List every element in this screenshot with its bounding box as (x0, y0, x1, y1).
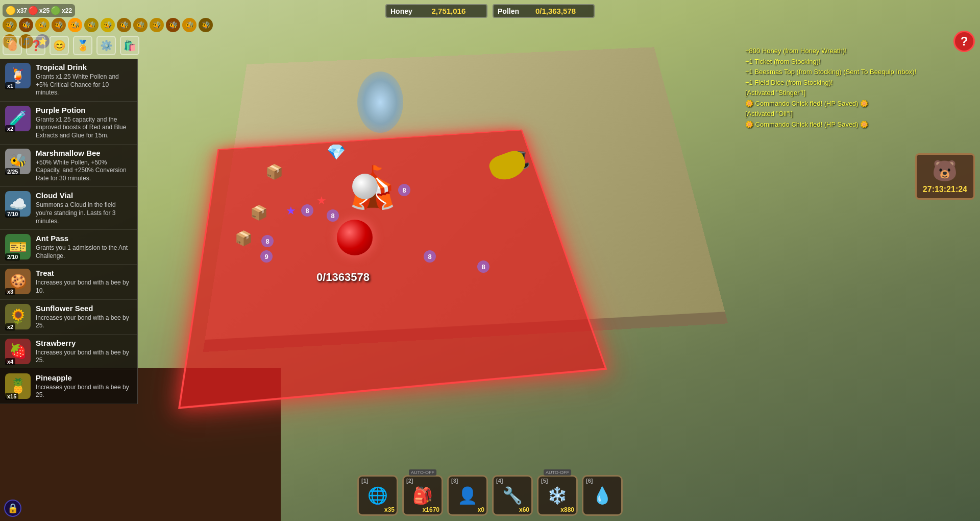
slot-num-0: [1] (361, 478, 368, 484)
item-icon-wrapper-6: 🌻 x2 (5, 304, 31, 329)
face-menu-icon[interactable]: 😊 (50, 36, 69, 55)
pollen-value: 0/1,363,578 (522, 7, 590, 15)
item-icon-wrapper-1: 🧪 x2 (5, 106, 31, 131)
inventory-item-8[interactable]: 🍍 x15 Pineapple Increases your bond with… (0, 369, 137, 404)
item-info-0: Tropical Drink Grants x1.25 White Pollen… (36, 63, 132, 97)
item-icon-wrapper-0: 🍹 x1 (5, 63, 31, 88)
bee-icon-13: 🐝 (199, 18, 213, 32)
item-name-6: Sunflower Seed (36, 304, 132, 313)
question-menu-icon[interactable]: ❓ (26, 36, 45, 55)
counter-1: 🟡 x37 (6, 6, 27, 15)
item-name-4: Ant Pass (36, 234, 132, 243)
slot-icon-1: 🎒 (412, 486, 433, 505)
field-marker-6: 8 (477, 260, 489, 273)
item-count-7: x4 (5, 358, 15, 365)
slot-count-2: x0 (478, 506, 484, 513)
item-info-3: Cloud Vial Summons a Cloud in the field … (36, 191, 132, 225)
pollen-label: Pollen (498, 7, 519, 15)
item-count-1: x2 (5, 125, 15, 132)
inventory-item-0[interactable]: 🍹 x1 Tropical Drink Grants x1.25 White P… (0, 59, 137, 102)
resource-bars: Honey 2,751,016 Pollen 0/1,363,578 (385, 4, 595, 18)
top-counters: 🟡 x37 🔴 x25 🟢 x22 (3, 4, 75, 17)
item-name-0: Tropical Drink (36, 63, 132, 72)
counter-2: 🔴 x25 (28, 6, 50, 15)
action-slot-2[interactable]: [3] 👤 x0 (447, 475, 488, 516)
slot-icon-5: 💧 (592, 486, 612, 505)
inventory-item-1[interactable]: 🧪 x2 Purple Potion Grants x1.25 capacity… (0, 102, 137, 145)
item-desc-7: Increases your bond with a bee by 25. (36, 349, 132, 365)
counter-3-value: x22 (62, 7, 72, 14)
inventory-item-2[interactable]: 🐝 2/25 Marshmallow Bee +50% White Pollen… (0, 145, 137, 187)
item-name-8: Pineapple (36, 373, 132, 382)
item-name-5: Treat (36, 269, 132, 277)
item-count-6: x2 (5, 323, 15, 330)
timer-widget: 🐻 27:13:21:24 (915, 153, 975, 200)
item-icon-wrapper-2: 🐝 2/25 (5, 149, 31, 174)
bee-icon-2: 🐝 (19, 18, 33, 32)
inventory-panel: 🍹 x1 Tropical Drink Grants x1.25 White P… (0, 59, 138, 404)
log-entry-5: 🌼 Commando Chick fled! (HP Saved) 🌼 (745, 99, 939, 109)
lock-icon[interactable]: 🔒 (4, 500, 21, 517)
bee-icon-8: 🐝 (117, 18, 131, 32)
slot-num-5: [6] (586, 478, 593, 484)
inventory-item-3[interactable]: ☁️ 7/10 Cloud Vial Summons a Cloud in th… (0, 187, 137, 230)
counter-3: 🟢 x22 (51, 6, 72, 15)
item-desc-6: Increases your bond with a bee by 25. (36, 314, 132, 330)
bee-icon-4: 🐝 (52, 18, 66, 32)
item-count-5: x3 (5, 288, 15, 295)
inventory-item-7[interactable]: 🍓 x4 Strawberry Increases your bond with… (0, 335, 137, 369)
event-log: +800 Honey (from Honey Wreath)!+1 Ticket… (745, 46, 939, 130)
item-icon-wrapper-5: 🍪 x3 (5, 269, 31, 294)
item-info-4: Ant Pass Grants you 1 admission to the A… (36, 234, 132, 260)
field-marker-5: 8 (424, 250, 436, 263)
badge-menu-icon[interactable]: 🏅 (73, 36, 92, 55)
blue-ornament: 💎 (327, 143, 346, 161)
slot-num-4: [5] (541, 478, 548, 484)
item-icon-wrapper-3: ☁️ 7/10 (5, 191, 31, 217)
item-count-8: x15 (5, 393, 18, 400)
star-red: ★ (316, 194, 327, 207)
item-info-2: Marshmallow Bee +50% White Pollen, +50% … (36, 149, 132, 183)
egg-menu-icon[interactable]: 🥚 (3, 36, 22, 55)
slot-icon-4: ❄️ (547, 486, 568, 505)
bee-icon-10: 🐝 (150, 18, 164, 32)
red-sphere (337, 220, 373, 255)
bag-menu-icon[interactable]: 🛍️ (120, 36, 139, 55)
slot-count-4: x880 (560, 506, 574, 513)
bee-icon-5: 🐝 (68, 18, 82, 32)
item-name-2: Marshmallow Bee (36, 149, 132, 157)
item-desc-3: Summons a Cloud in the field you're stan… (36, 201, 132, 225)
gear-menu-icon[interactable]: ⚙️ (96, 36, 116, 55)
slot-num-2: [3] (451, 478, 458, 484)
item-desc-0: Grants x1.25 White Pollen and +5% Critic… (36, 73, 132, 97)
action-slot-1[interactable]: AUTO-OFF [2] 🎒 x1670 (402, 475, 443, 516)
log-entry-1: +1 Ticket (from Stocking)! (745, 57, 939, 67)
item-count-3: 7/10 (5, 210, 20, 218)
log-entry-6: [Activated "Oil"!] (745, 109, 939, 119)
action-slot-4[interactable]: AUTO-OFF [5] ❄️ x880 (537, 475, 578, 516)
honey-bar: Honey 2,751,016 (385, 4, 487, 18)
help-button[interactable]: ? (953, 31, 975, 52)
slot-count-1: x1670 (423, 506, 439, 513)
action-slot-3[interactable]: [4] 🔧 x60 (492, 475, 533, 516)
action-slot-5[interactable]: [6] 💧 (582, 475, 623, 516)
item-desc-1: Grants x1.25 capacity and the improved b… (36, 116, 132, 140)
white-sphere (352, 174, 378, 199)
field-marker-1: 8 (261, 235, 274, 247)
item-count-4: 2/10 (5, 253, 20, 260)
world-pollen-counter: 0/1363578 (316, 271, 370, 284)
counter-1-value: x37 (17, 7, 27, 14)
inventory-item-6[interactable]: 🌻 x2 Sunflower Seed Increases your bond … (0, 300, 137, 335)
item-icon-wrapper-7: 🍓 x4 (5, 339, 31, 364)
counter-2-value: x25 (39, 7, 50, 14)
log-entry-2: +1 Beesmas Top (from Stocking) (Sent To … (745, 67, 939, 77)
log-entry-3: +1 Field Dice (from Stocking)! (745, 78, 939, 88)
slot-num-3: [4] (496, 478, 503, 484)
inventory-item-4[interactable]: 🎫 2/10 Ant Pass Grants you 1 admission t… (0, 230, 137, 265)
slot-icon-3: 🔧 (502, 486, 523, 505)
action-slot-0[interactable]: [1] 🌐 x35 (357, 475, 398, 516)
timer-value: 27:13:21:24 (923, 185, 967, 194)
inventory-item-5[interactable]: 🍪 x3 Treat Increases your bond with a be… (0, 265, 137, 299)
item-icon-wrapper-4: 🎫 2/10 (5, 234, 31, 259)
log-entry-0: +800 Honey (from Honey Wreath)! (745, 46, 939, 56)
